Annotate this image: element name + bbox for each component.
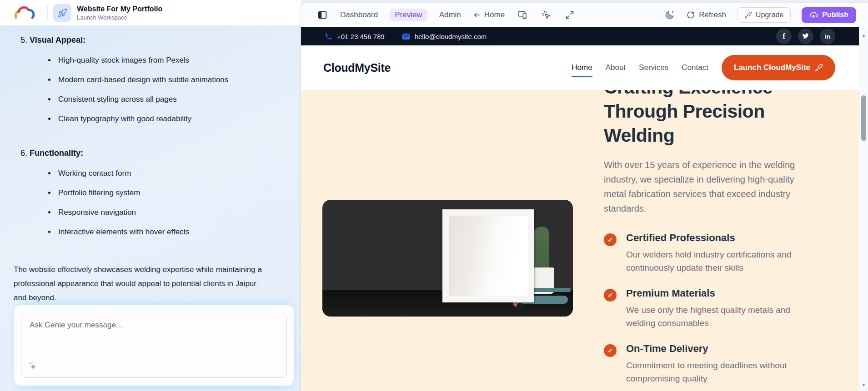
rocket-icon: [815, 64, 823, 72]
check-circle-icon: ✓: [604, 233, 617, 246]
phone-number: +01 23 456 789: [337, 33, 385, 40]
sparkles-icon[interactable]: [27, 361, 39, 372]
check-circle-icon: ✓: [604, 289, 617, 302]
feature-title: Certified Professionals: [626, 232, 814, 244]
panel-toggle-button[interactable]: [316, 9, 328, 21]
list-item: Portfolio filtering system: [47, 188, 294, 198]
feature-description: Commitment to meeting deadlines without …: [626, 359, 814, 385]
phone-icon: [325, 33, 332, 40]
refresh-label: Refresh: [699, 10, 726, 20]
rocket-icon: [744, 11, 752, 19]
cloud-brand-logo[interactable]: [6, 5, 42, 20]
functionality-list: Working contact form Portfolio filtering…: [14, 169, 294, 247]
scrollbar-thumb[interactable]: [861, 95, 866, 141]
upgrade-button[interactable]: Upgrade: [737, 7, 791, 23]
cloud-upload-icon: [809, 11, 818, 20]
section-title: Functionality:: [30, 148, 83, 158]
cta-label: Launch CloudMySite: [734, 63, 810, 72]
facebook-link[interactable]: f: [776, 29, 792, 44]
section-number: 5.: [20, 35, 27, 45]
preview-card: Dashboard Preview Admin Home: [301, 3, 868, 391]
cloud-logo-icon: [12, 5, 36, 20]
preview-scrollbar[interactable]: ▲ ▼: [859, 27, 868, 391]
social-links: f in: [776, 29, 835, 44]
nav-services[interactable]: Services: [639, 63, 668, 72]
site-header: CloudMySite Home About Services Contact …: [301, 45, 859, 90]
home-back-button[interactable]: Home: [473, 10, 505, 20]
device-preview-button[interactable]: [517, 9, 528, 21]
refresh-button[interactable]: Refresh: [687, 10, 726, 20]
workspace-meta: Website For My Portfolio Launch Workspac…: [77, 5, 162, 21]
list-item: Responsive navigation: [47, 208, 294, 217]
chat-input[interactable]: [21, 313, 287, 378]
hero-image-picture-frame: [442, 209, 534, 303]
refresh-icon: [687, 11, 695, 19]
list-item: Working contact form: [47, 169, 294, 178]
section-heading-visual-appeal: 5. Visual Appeal:: [20, 35, 294, 45]
list-item: Consistent styling across all pages: [47, 95, 294, 104]
section-title: Visual Appeal:: [30, 35, 85, 45]
envelope-icon: [402, 33, 410, 40]
feature-item: ✓ On-Time Delivery Commitment to meeting…: [604, 343, 814, 385]
feature-list: ✓ Certified Professionals Our welders ho…: [604, 232, 814, 385]
hero-image: [322, 200, 573, 317]
feature-item: ✓ Certified Professionals Our welders ho…: [604, 232, 814, 274]
hero-heading: Crafting Excellence Through Precision We…: [604, 90, 814, 148]
workspace-chip[interactable]: [53, 4, 71, 22]
hero-copy: Crafting Excellence Through Precision We…: [604, 90, 814, 391]
tab-admin[interactable]: Admin: [439, 10, 461, 20]
header-divider: [47, 6, 48, 20]
workspace-subtitle: Launch Workspace: [77, 14, 162, 21]
hero-image-frame-mat: [449, 216, 528, 296]
visual-appeal-list: High-quality stock images from Pexels Mo…: [14, 56, 294, 134]
phone-link[interactable]: +01 23 456 789: [325, 33, 385, 40]
section-heading-functionality: 6. Functionality:: [20, 148, 294, 158]
site-hero-section: Crafting Excellence Through Precision We…: [301, 90, 859, 391]
app-root: Website For My Portfolio Launch Workspac…: [0, 0, 868, 391]
email-link[interactable]: hello@cloudmysite.com: [402, 33, 487, 40]
list-item: Modern card-based design with subtle ani…: [47, 75, 294, 84]
workspace-title: Website For My Portfolio: [77, 5, 162, 13]
tab-dashboard[interactable]: Dashboard: [340, 10, 378, 20]
launch-cloudmysite-button[interactable]: Launch CloudMySite: [722, 55, 835, 80]
hero-image-cactus: [534, 227, 549, 272]
scroll-down-arrow[interactable]: ▼: [859, 382, 868, 387]
site-nav: Home About Services Contact: [572, 63, 708, 72]
twitter-link[interactable]: [798, 29, 813, 44]
list-item: Clean typography with good readability: [47, 114, 294, 124]
linkedin-link[interactable]: in: [820, 29, 835, 44]
upgrade-label: Upgrade: [756, 11, 783, 19]
dark-mode-toggle[interactable]: [664, 9, 676, 21]
expand-icon: [565, 10, 574, 20]
interact-mode-button[interactable]: [540, 9, 552, 21]
nav-contact[interactable]: Contact: [682, 63, 708, 72]
site-topbar: +01 23 456 789 hello@cloudmysite.com f: [301, 27, 859, 45]
linkedin-icon: in: [825, 33, 830, 40]
list-item: Interactive elements with hover effects: [47, 228, 294, 237]
feature-description: We use only the highest quality metals a…: [626, 303, 814, 330]
publish-label: Publish: [822, 11, 848, 19]
preview-toolbar: Dashboard Preview Admin Home: [301, 3, 868, 27]
publish-button[interactable]: Publish: [802, 7, 856, 23]
email-address: hello@cloudmysite.com: [415, 33, 487, 40]
cursor-click-icon: [541, 10, 551, 20]
check-circle-icon: ✓: [604, 344, 617, 357]
rocket-icon: [58, 8, 67, 18]
feature-description: Our welders hold industry certifications…: [626, 248, 814, 274]
site-brand[interactable]: CloudMySite: [323, 61, 391, 74]
fullscreen-button[interactable]: [564, 9, 576, 21]
tab-preview[interactable]: Preview: [390, 9, 427, 21]
twitter-icon: [802, 33, 809, 40]
chat-panel: Website For My Portfolio Launch Workspac…: [0, 0, 301, 391]
chat-composer-card: [14, 305, 294, 386]
feature-item: ✓ Premium Materials We use only the high…: [604, 287, 814, 330]
chat-transcript: 5. Visual Appeal: High-quality stock ima…: [0, 25, 301, 391]
moon-stars-icon: [664, 10, 675, 20]
home-back-label: Home: [484, 10, 505, 20]
feature-title: On-Time Delivery: [626, 343, 814, 355]
hero-image-plane-wheel: [517, 303, 524, 310]
scroll-up-arrow[interactable]: ▲: [859, 33, 868, 38]
nav-about[interactable]: About: [606, 63, 626, 72]
nav-home[interactable]: Home: [572, 63, 592, 72]
panel-left-icon: [317, 10, 327, 20]
